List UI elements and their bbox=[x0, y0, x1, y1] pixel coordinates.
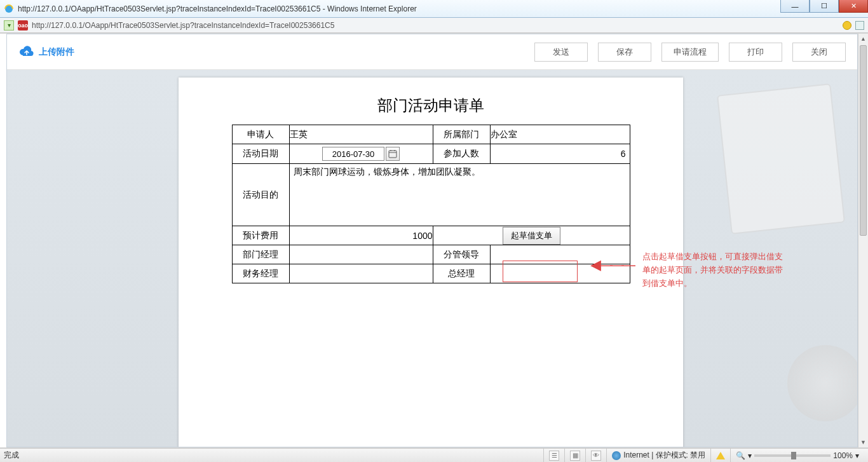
maximize-button[interactable]: ☐ bbox=[810, 0, 839, 13]
page-tear-icon[interactable] bbox=[855, 21, 864, 30]
ie-icon bbox=[4, 4, 14, 14]
shield-icon[interactable]: ▾ bbox=[4, 20, 14, 31]
compat-warning-icon[interactable] bbox=[843, 21, 851, 30]
url-text[interactable]: http://127.0.0.1/OAapp/HtTrace0503Servle… bbox=[32, 21, 334, 30]
site-icon: oao bbox=[18, 20, 28, 31]
window-controls: — ☐ ✕ bbox=[780, 0, 868, 13]
window-title: http://127.0.0.1/OAapp/HtTrace0503Servle… bbox=[18, 4, 417, 13]
close-window-button[interactable]: ✕ bbox=[839, 0, 868, 13]
address-bar: ▾ oao http://127.0.0.1/OAapp/HtTrace0503… bbox=[0, 18, 868, 33]
minimize-button[interactable]: — bbox=[780, 0, 810, 13]
window-titlebar: http://127.0.0.1/OAapp/HtTrace0503Servle… bbox=[0, 0, 868, 18]
